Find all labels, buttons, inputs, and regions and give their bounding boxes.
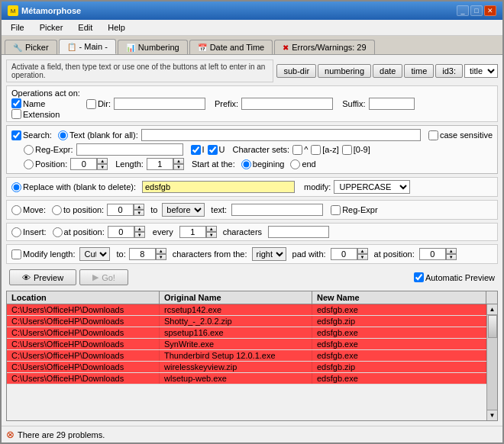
- regexp-radio-label[interactable]: Reg-Expr:: [24, 145, 73, 155]
- replace-input[interactable]: [142, 181, 295, 193]
- case-sensitive-label[interactable]: case sensitive: [428, 130, 493, 140]
- at-pos-down[interactable]: ▼: [446, 254, 457, 260]
- ml-to-input[interactable]: [129, 248, 156, 260]
- modify-length-checkbox[interactable]: [11, 249, 21, 259]
- modify-select[interactable]: UPPERCASE lowercase Title Case Sentence …: [334, 180, 410, 194]
- position-radio-label[interactable]: Position:: [24, 159, 67, 169]
- num-checkbox-label[interactable]: [0-9]: [342, 145, 370, 155]
- beginning-radio-label[interactable]: begining: [241, 159, 285, 169]
- at-pos-up[interactable]: ▲: [446, 248, 457, 254]
- to-position-radio[interactable]: [52, 205, 62, 215]
- end-radio-label[interactable]: end: [290, 159, 315, 169]
- az-checkbox-label[interactable]: [a-z]: [311, 145, 338, 155]
- az-checkbox[interactable]: [311, 145, 321, 155]
- every-down[interactable]: ▼: [206, 232, 217, 238]
- num-checkbox[interactable]: [342, 145, 352, 155]
- right-select[interactable]: right: [252, 247, 286, 261]
- extension-checkbox-label[interactable]: Extension: [11, 109, 80, 119]
- tab-picker[interactable]: 🔧 Picker: [5, 40, 57, 54]
- replace-radio-label[interactable]: Replace with (blank to delete):: [11, 182, 136, 192]
- case-sensitive-checkbox[interactable]: [428, 130, 438, 140]
- move-radio[interactable]: [11, 205, 21, 215]
- insert-pos-input[interactable]: [108, 226, 134, 238]
- name-checkbox[interactable]: [11, 98, 21, 108]
- menu-file[interactable]: File: [5, 21, 31, 34]
- tab-main[interactable]: 📋 - Main -: [59, 39, 116, 54]
- search-text-input[interactable]: [141, 129, 421, 141]
- length-input[interactable]: [147, 158, 173, 170]
- scrollbar[interactable]: ▲ ▼: [486, 304, 497, 420]
- id3-button[interactable]: id3:: [435, 64, 463, 78]
- menu-help[interactable]: Help: [102, 21, 131, 34]
- to-position-radio-label[interactable]: to position:: [52, 205, 104, 215]
- u-checkbox-label[interactable]: U: [208, 145, 225, 155]
- suffix-input[interactable]: [369, 98, 415, 110]
- auto-preview-label[interactable]: Automatic Preview: [414, 272, 495, 282]
- pad-up[interactable]: ▲: [357, 248, 368, 254]
- move-pos-input[interactable]: [107, 204, 134, 216]
- prefix-input[interactable]: [241, 98, 333, 110]
- scroll-down-button[interactable]: ▼: [487, 410, 497, 420]
- position-up-button[interactable]: ▲: [97, 158, 108, 164]
- name-checkbox-label[interactable]: Name: [11, 98, 80, 108]
- move-pos-down[interactable]: ▼: [134, 210, 144, 216]
- at-position-radio-label[interactable]: at position:: [53, 227, 105, 237]
- regexp-radio[interactable]: [24, 145, 34, 155]
- insert-radio[interactable]: [11, 227, 21, 237]
- cut-select[interactable]: Cut: [79, 247, 110, 261]
- preview-button[interactable]: 👁 Preview: [9, 269, 76, 285]
- ml-to-up[interactable]: ▲: [156, 248, 166, 254]
- close-button[interactable]: ✕: [484, 5, 496, 16]
- position-input[interactable]: [70, 158, 97, 170]
- menu-picker[interactable]: Picker: [34, 21, 69, 34]
- insert-radio-label[interactable]: Insert:: [11, 227, 47, 237]
- length-up-button[interactable]: ▲: [173, 158, 184, 164]
- move-radio-label[interactable]: Move:: [11, 205, 46, 215]
- modify-length-checkbox-label[interactable]: Modify length:: [11, 249, 75, 259]
- insert-pos-up[interactable]: ▲: [134, 226, 145, 232]
- minimize-button[interactable]: _: [457, 5, 469, 16]
- text-radio[interactable]: [58, 130, 68, 140]
- replace-radio[interactable]: [11, 182, 21, 192]
- tab-numbering[interactable]: 📊 Numbering: [118, 40, 188, 54]
- charset-checkbox[interactable]: [292, 145, 302, 155]
- dir-input[interactable]: [114, 98, 205, 110]
- insert-pos-down[interactable]: ▼: [134, 232, 145, 238]
- search-checkbox-label[interactable]: Search:: [11, 130, 52, 140]
- title-dropdown[interactable]: title: [464, 64, 498, 78]
- dir-checkbox-label[interactable]: Dir:: [86, 99, 111, 109]
- at-pos-input[interactable]: [419, 248, 446, 260]
- i-checkbox-label[interactable]: I: [191, 145, 205, 155]
- u-checkbox[interactable]: [208, 145, 218, 155]
- move-text-input[interactable]: [231, 204, 323, 216]
- tab-datetime[interactable]: 📅 Date and Time: [189, 40, 273, 54]
- subdir-button[interactable]: sub-dir: [276, 64, 316, 78]
- position-down-button[interactable]: ▼: [97, 164, 108, 170]
- dir-checkbox[interactable]: [86, 99, 96, 109]
- move-pos-up[interactable]: ▲: [134, 204, 144, 210]
- insert-text-input[interactable]: [268, 226, 329, 238]
- tab-errors[interactable]: ✖ Errors/Warnings: 29: [274, 40, 374, 54]
- scroll-thumb[interactable]: [488, 315, 497, 338]
- i-checkbox[interactable]: [191, 145, 201, 155]
- regexp-input[interactable]: [76, 143, 183, 156]
- ml-to-down[interactable]: ▼: [156, 254, 166, 260]
- pad-input[interactable]: [331, 248, 357, 260]
- go-button[interactable]: ▶ Go!: [79, 269, 128, 285]
- auto-preview-checkbox[interactable]: [414, 272, 424, 282]
- every-input[interactable]: [179, 226, 206, 238]
- at-position-radio[interactable]: [53, 227, 63, 237]
- search-checkbox[interactable]: [11, 130, 21, 140]
- extension-checkbox[interactable]: [11, 109, 21, 119]
- length-down-button[interactable]: ▼: [173, 164, 184, 170]
- numbering-button[interactable]: numbering: [318, 64, 371, 78]
- move-regexpr-checkbox[interactable]: [331, 205, 341, 215]
- beginning-radio[interactable]: [241, 159, 251, 169]
- move-regexpr-label[interactable]: Reg-Expr: [331, 205, 377, 215]
- date-button[interactable]: date: [373, 64, 402, 78]
- every-up[interactable]: ▲: [206, 226, 217, 232]
- end-radio[interactable]: [290, 159, 300, 169]
- before-select[interactable]: before: [162, 203, 205, 217]
- menu-edit[interactable]: Edit: [72, 21, 99, 34]
- maximize-button[interactable]: □: [470, 5, 483, 16]
